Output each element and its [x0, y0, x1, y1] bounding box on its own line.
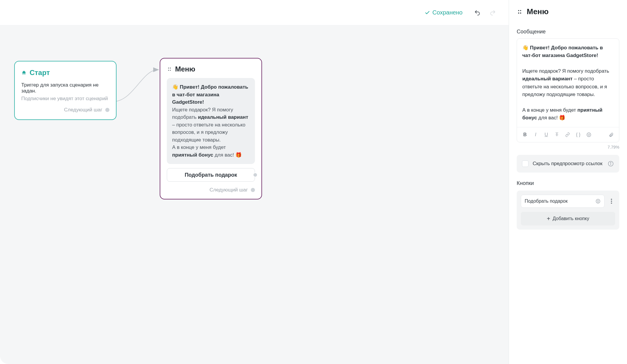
- wave-emoji: 👋: [522, 45, 529, 51]
- redo-button[interactable]: [489, 9, 497, 17]
- redo-icon: [489, 9, 496, 16]
- saved-status: Сохранено: [425, 9, 463, 16]
- side-panel-title: Меню: [527, 7, 549, 16]
- svg-point-7: [518, 12, 519, 14]
- message-editor[interactable]: 👋 Привет! Добро пожаловать в чат-бот маг…: [517, 38, 619, 142]
- svg-point-3: [168, 70, 169, 71]
- toolbar-strike-button[interactable]: T: [552, 130, 561, 139]
- node-menu-next-step-label: Следующий шаг: [210, 187, 248, 193]
- toolbar-attach-button[interactable]: [607, 130, 615, 139]
- editor-toolbar: B I U T { }: [517, 127, 619, 142]
- link-icon: [565, 132, 570, 137]
- node-start-title: Старт: [30, 69, 50, 77]
- svg-point-6: [520, 10, 521, 11]
- toolbar-variable-button[interactable]: { }: [574, 130, 583, 139]
- gift-emoji: 🎁: [559, 115, 565, 121]
- node-start-next-step-label: Следующий шаг: [64, 107, 102, 113]
- toolbar-underline-button[interactable]: U: [542, 130, 551, 139]
- svg-point-19: [611, 201, 612, 202]
- saved-status-label: Сохранено: [432, 9, 463, 16]
- add-button-label: Добавить кнопку: [552, 216, 589, 221]
- button-more-menu[interactable]: [607, 195, 615, 208]
- toolbar-link-button[interactable]: [563, 130, 572, 139]
- hide-link-preview-checkbox[interactable]: [522, 160, 529, 167]
- char-count-percent: 7.79%: [517, 145, 619, 150]
- wave-emoji: 👋: [172, 84, 178, 90]
- svg-point-15: [596, 199, 600, 203]
- node-start[interactable]: Старт Триггер для запуска сценария не за…: [14, 61, 117, 120]
- flow-canvas[interactable]: Старт Триггер для запуска сценария не за…: [0, 25, 509, 364]
- topbar: Сохранено: [0, 0, 509, 25]
- more-vertical-icon: [611, 199, 612, 204]
- button-label-value: Подобрать подарок: [525, 199, 568, 204]
- section-label-message: Сообщение: [517, 29, 619, 35]
- node-menu[interactable]: Меню 👋 Привет! Добро пожаловать в чат-бо…: [160, 58, 262, 199]
- node-start-output-port[interactable]: [105, 108, 109, 112]
- svg-point-2: [170, 68, 171, 69]
- hide-link-preview-label: Скрыть предпросмотр ссылок: [533, 160, 603, 167]
- drag-handle-icon: [517, 9, 523, 15]
- gift-emoji: 🎁: [235, 152, 242, 158]
- node-menu-message: 👋 Привет! Добро пожаловать в чат-бот маг…: [167, 78, 255, 164]
- node-menu-title: Меню: [175, 65, 195, 73]
- svg-point-4: [170, 70, 171, 71]
- message-editor-text[interactable]: 👋 Привет! Добро пожаловать в чат-бот маг…: [517, 39, 619, 127]
- toolbar-bold-button[interactable]: B: [521, 130, 529, 139]
- toolbar-italic-button[interactable]: I: [531, 130, 540, 139]
- svg-point-14: [610, 162, 611, 163]
- check-icon: [425, 10, 430, 15]
- node-start-line1: Триггер для запуска сценария не задан.: [21, 82, 109, 94]
- undo-button[interactable]: [473, 9, 481, 17]
- buttons-group: Подобрать подарок + Добавить кнопку: [517, 191, 619, 230]
- svg-point-11: [589, 134, 590, 135]
- plus-icon: +: [547, 216, 550, 222]
- section-label-buttons: Кнопки: [517, 180, 619, 186]
- node-menu-output-port[interactable]: [251, 188, 255, 192]
- info-icon[interactable]: [607, 160, 614, 167]
- node-menu-cta-label: Подобрать подарок: [185, 172, 237, 178]
- drag-handle-icon: [167, 66, 172, 72]
- smile-icon[interactable]: [595, 199, 601, 204]
- side-panel: Меню Сообщение 👋 Привет! Добро пожаловат…: [509, 0, 627, 364]
- svg-point-16: [597, 201, 598, 201]
- node-menu-cta-button[interactable]: Подобрать подарок: [167, 168, 255, 182]
- svg-point-17: [599, 201, 599, 201]
- svg-point-8: [520, 12, 521, 14]
- add-button[interactable]: + Добавить кнопку: [521, 212, 615, 225]
- svg-point-10: [588, 134, 589, 135]
- smile-icon: [586, 132, 592, 137]
- paperclip-icon: [609, 132, 614, 137]
- svg-point-1: [168, 68, 169, 69]
- node-start-line2: Подписчики не увидят этот сценарий: [21, 96, 109, 102]
- svg-point-9: [587, 133, 591, 137]
- svg-point-20: [611, 203, 612, 204]
- hide-link-preview-row: Скрыть предпросмотр ссылок: [517, 155, 619, 173]
- button-label-input[interactable]: Подобрать подарок: [521, 195, 605, 208]
- undo-icon: [474, 9, 481, 16]
- svg-point-18: [611, 199, 612, 200]
- side-panel-header: Меню: [509, 0, 627, 19]
- home-icon: [21, 70, 27, 75]
- node-menu-cta-output-port[interactable]: [253, 173, 258, 177]
- toolbar-emoji-button[interactable]: [584, 130, 593, 139]
- svg-point-5: [518, 10, 519, 11]
